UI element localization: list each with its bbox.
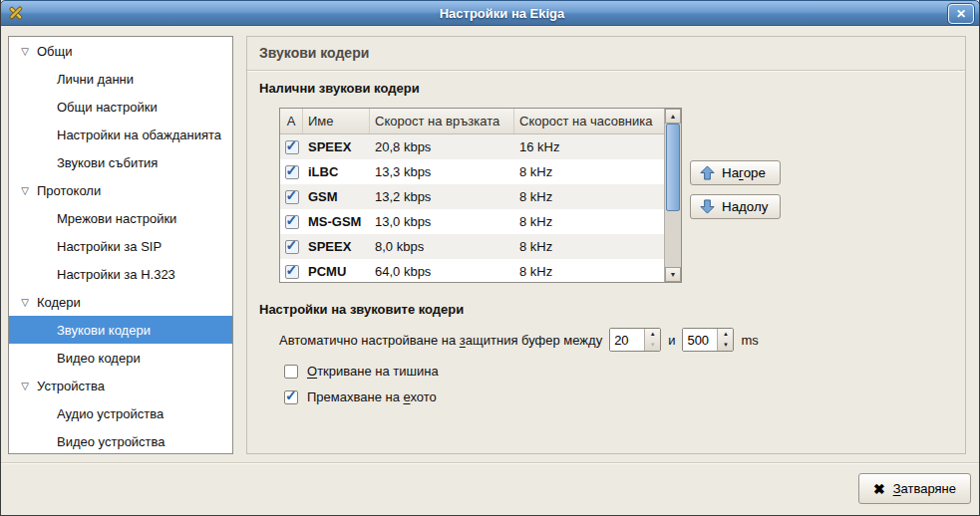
heading-separator (247, 70, 965, 72)
sidebar-item-sip-settings[interactable]: Настройки за SIP (9, 232, 232, 260)
check-icon: ✓ (286, 187, 298, 203)
expander-icon[interactable]: ▽ (17, 185, 33, 196)
scroll-up-button[interactable]: ▲ (665, 109, 681, 124)
codec-active-checkbox[interactable]: ✓ (285, 215, 299, 229)
check-icon: ✓ (286, 262, 298, 278)
sidebar-item-devices[interactable]: ▽ Устройства (9, 372, 232, 399)
close-x-icon: ✖ (873, 481, 885, 497)
table-row[interactable]: ✓ iLBC 13,3 kbps 8 kHz (280, 159, 664, 184)
table-row[interactable]: ✓ PCMU 64,0 kbps 8 kHz (280, 259, 664, 283)
available-codecs-label: Налични звукови кодери (259, 81, 420, 96)
column-header-name[interactable]: Име (303, 109, 370, 133)
window-title: Настройки на Ekiga (25, 6, 979, 21)
silence-detection-row[interactable]: ✓ Откриване на тишина (284, 364, 439, 379)
codec-active-checkbox[interactable]: ✓ (285, 165, 299, 179)
sidebar-item-audio-devices[interactable]: Аудио устройства (9, 399, 232, 427)
reorder-buttons: Нагоре Надолу (690, 160, 781, 219)
spin-down-icon[interactable]: ▼ (645, 340, 660, 351)
codec-active-checkbox[interactable]: ✓ (285, 140, 299, 154)
column-header-clockrate[interactable]: Скорост на часовника (514, 109, 664, 133)
expander-icon[interactable]: ▽ (17, 381, 33, 391)
table-row[interactable]: ✓ SPEEX 20,8 kbps 16 kHz (280, 134, 664, 159)
codec-active-checkbox[interactable]: ✓ (285, 265, 299, 279)
jitter-min-spinner: ▲ ▼ (609, 328, 661, 352)
jitter-and-label: и (668, 333, 675, 348)
sidebar-item-personal-data[interactable]: Лични данни (9, 65, 232, 93)
check-icon: ✓ (285, 387, 297, 403)
jitter-max-input[interactable] (683, 329, 717, 351)
move-down-label: Надолу (722, 199, 768, 214)
sidebar-item-sound-events[interactable]: Звукови събития (9, 148, 232, 176)
table-row[interactable]: ✓ SPEEX 8,0 kbps 8 kHz (280, 234, 664, 259)
jitter-buffer-row: Автоматично настройване на защитния буфе… (279, 328, 759, 352)
echo-cancellation-row[interactable]: ✓ Премахване на ехото (284, 389, 437, 404)
audio-codecs-page: Звукови кодери Налични звукови кодери A … (246, 36, 966, 454)
spin-up-icon[interactable]: ▲ (645, 329, 660, 340)
expander-icon[interactable]: ▽ (17, 46, 33, 57)
scroll-up-icon: ▲ (670, 113, 677, 120)
table-row[interactable]: ✓ MS-GSM 13,0 kbps 8 kHz (280, 209, 664, 234)
sidebar-item-audio-codecs[interactable]: Звукови кодери (9, 316, 232, 344)
codec-active-checkbox[interactable]: ✓ (285, 190, 299, 204)
jitter-max-spinner: ▲ ▼ (682, 328, 734, 352)
codec-active-checkbox[interactable]: ✓ (285, 240, 299, 254)
close-button-label: Затваряне (893, 481, 956, 496)
tools-icon (7, 4, 25, 22)
sidebar-item-video-codecs[interactable]: Видео кодери (9, 344, 232, 372)
sidebar-item-general[interactable]: ▽ Общи (9, 37, 232, 65)
silence-detection-label: Откриване на тишина (307, 364, 439, 379)
jitter-buffer-label: Автоматично настройване на защитния буфе… (279, 333, 602, 348)
scroll-down-icon: ▼ (670, 271, 677, 278)
check-icon: ✓ (286, 237, 298, 253)
sidebar-item-protocols[interactable]: ▽ Протоколи (9, 176, 232, 204)
sidebar-item-video-devices[interactable]: Видео устройства (9, 427, 232, 454)
sidebar-item-h323-settings[interactable]: Настройки за H.323 (9, 260, 232, 288)
move-down-button[interactable]: Надолу (690, 194, 781, 219)
sidebar-item-general-settings[interactable]: Общи настройки (9, 93, 232, 121)
column-header-bitrate[interactable]: Скорост на връзката (370, 109, 514, 133)
close-window-button[interactable]: ✕ (948, 4, 974, 24)
echo-cancellation-label: Премахване на ехото (307, 389, 437, 404)
check-icon: ✓ (286, 162, 298, 178)
titlebar[interactable]: Настройки на Ekiga ✕ (0, 0, 980, 26)
echo-cancellation-checkbox[interactable]: ✓ (284, 390, 298, 404)
up-arrow-icon (700, 165, 715, 180)
expander-icon[interactable]: ▽ (17, 297, 33, 308)
jitter-min-input[interactable] (610, 329, 644, 351)
vertical-scrollbar[interactable]: ▲ ▼ (664, 109, 681, 282)
sidebar-item-call-options[interactable]: Настройки на обажданията (9, 121, 232, 148)
jitter-unit-label: ms (741, 333, 758, 348)
silence-detection-checkbox[interactable]: ✓ (284, 365, 298, 379)
close-icon: ✕ (956, 7, 966, 21)
column-header-active[interactable]: A (280, 109, 303, 133)
footer-separator (1, 462, 979, 464)
codec-settings-label: Настройки на звуковите кодери (259, 302, 464, 317)
spin-up-icon[interactable]: ▲ (718, 329, 733, 340)
sidebar-item-codecs[interactable]: ▽ Кодери (9, 288, 232, 316)
scrollbar-trough[interactable] (665, 211, 681, 267)
check-icon: ✓ (286, 212, 298, 228)
spin-down-icon[interactable]: ▼ (718, 340, 733, 351)
move-up-label: Нагоре (722, 165, 766, 180)
scroll-down-button[interactable]: ▼ (665, 267, 681, 282)
sidebar-item-network-settings[interactable]: Мрежови настройки (9, 204, 232, 232)
preferences-tree: ▽ Общи Лични данни Общи настройки Настро… (8, 36, 233, 454)
table-row[interactable]: ✓ GSM 13,2 kbps 8 kHz (280, 184, 664, 209)
check-icon: ✓ (286, 137, 298, 153)
close-button[interactable]: ✖ Затваряне (858, 473, 971, 504)
down-arrow-icon (700, 199, 715, 214)
move-up-button[interactable]: Нагоре (690, 160, 781, 185)
scrollbar-thumb[interactable] (666, 124, 680, 211)
codec-table: A Име Скорост на връзката Скорост на час… (279, 108, 682, 283)
codec-table-header: A Име Скорост на връзката Скорост на час… (280, 109, 664, 134)
page-title: Звукови кодери (247, 37, 965, 70)
